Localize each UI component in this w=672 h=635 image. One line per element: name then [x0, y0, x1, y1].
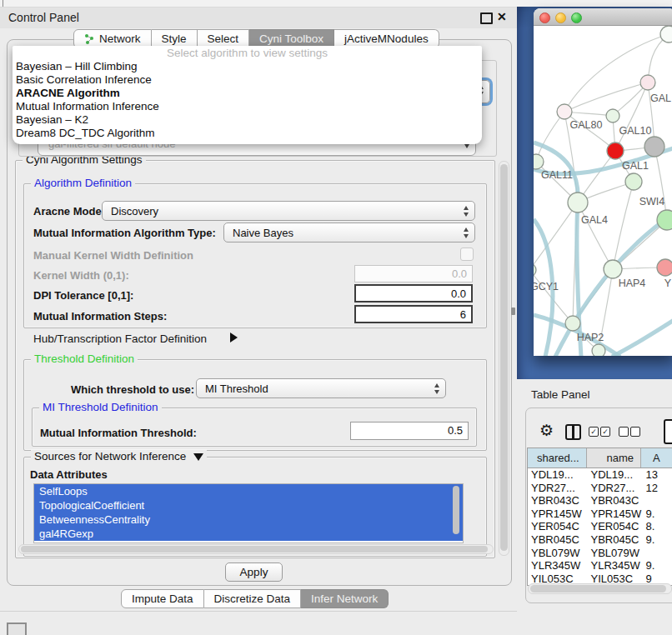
network-edge [534, 202, 578, 270]
algorithm-definition-title: Algorithm Definition [31, 177, 135, 189]
which-threshold-combo[interactable]: MI Threshold [196, 378, 446, 398]
gear-icon[interactable]: ⚙ [539, 421, 554, 440]
table-cell: 12 [643, 482, 672, 495]
table-cell: YLR345W [528, 559, 588, 572]
manual-kernel-width-checkbox[interactable] [460, 248, 474, 261]
table-panel-title: Table Panel [531, 388, 590, 401]
data-attribute-item[interactable]: TopologicalCoefficient [34, 498, 463, 512]
settings-vertical-scrollbar[interactable] [499, 161, 509, 556]
table-cell: 9. [643, 533, 672, 547]
unchecked-checkbox-icon[interactable] [619, 427, 629, 437]
application-window: Control Panel ✕ NetworkStyleSelectCyni T… [0, 0, 672, 635]
scrollbar-thumb[interactable] [530, 585, 666, 592]
splitter-handle[interactable] [511, 308, 515, 315]
float-panel-icon[interactable] [480, 12, 493, 24]
scrollbar-thumb[interactable] [21, 546, 488, 552]
panel-toggle-icon[interactable] [7, 622, 27, 635]
node-label: GCY1 [534, 281, 559, 292]
settings-horizontal-scrollbar[interactable] [18, 544, 494, 554]
tab-label: Style [162, 30, 187, 48]
node-label: SWI4 [639, 196, 665, 208]
document-icon[interactable] [664, 419, 672, 444]
table-horizontal-scrollbar[interactable] [528, 583, 672, 594]
data-attribute-item[interactable]: gal4RGexp [34, 527, 463, 541]
unchecked-checkbox-icon[interactable] [630, 427, 640, 437]
data-attributes-listbox: SelfLoopsTopologicalCoefficientBetweenne… [33, 483, 464, 543]
table-row[interactable]: YER054CYER054C8. [528, 520, 672, 533]
network-node[interactable] [657, 259, 672, 276]
minimize-traffic-light[interactable] [555, 12, 566, 23]
kernel-width-input[interactable]: 0.0 [354, 265, 473, 282]
network-node[interactable] [660, 26, 672, 42]
data-attribute-item[interactable]: SelfLoops [34, 484, 463, 498]
table-cell: 13 [643, 468, 672, 482]
algorithm-option[interactable]: Bayesian – K2 [13, 113, 482, 127]
collapsed-arrow-icon[interactable] [230, 332, 238, 342]
table-row[interactable]: YDR27...YDR27...12 [528, 482, 672, 495]
tab-infer-network[interactable]: Infer Network [301, 589, 389, 608]
network-window[interactable]: GALGAL80GAL10GAL1GAL11SWI4GAL4GCY1HAP4YH… [534, 8, 672, 356]
column-header[interactable]: shared... [528, 448, 587, 468]
network-node[interactable] [640, 75, 655, 90]
node-label: HAP2 [577, 332, 604, 343]
mi-threshold-input[interactable]: 0.5 [350, 422, 469, 440]
expanded-arrow-icon[interactable] [193, 453, 203, 461]
network-window-titlebar[interactable] [534, 8, 672, 26]
network-node[interactable] [644, 137, 664, 157]
algorithm-option[interactable]: Dream8 DC_TDC Algorithm [13, 127, 482, 140]
zoom-traffic-light[interactable] [571, 12, 582, 23]
network-node[interactable] [604, 260, 622, 278]
node-label: GAL1 [622, 160, 649, 172]
close-icon[interactable]: ✕ [497, 10, 507, 23]
tab-impute-data[interactable]: Impute Data [121, 589, 204, 608]
network-node[interactable] [657, 210, 672, 230]
algorithm-option[interactable]: Mutual Information Inference [13, 100, 482, 113]
column-header[interactable]: A [641, 448, 672, 468]
scrollbar-thumb[interactable] [453, 486, 459, 534]
table-body: YDL19...YDL19...13YDR27...YDR27...12YBR0… [528, 468, 672, 585]
mi-steps-input[interactable]: 6 [354, 305, 473, 323]
data-attribute-item[interactable]: BetweennessCentrality [34, 512, 463, 527]
table-row[interactable]: YBR045CYBR045C9. [528, 533, 672, 547]
column-header[interactable]: name [587, 448, 641, 468]
network-canvas[interactable]: GALGAL80GAL10GAL1GAL11SWI4GAL4GCY1HAP4YH… [534, 26, 672, 356]
tab-label: jActiveMNodules [344, 30, 429, 48]
scrollbar-thumb[interactable] [500, 164, 508, 551]
dpi-tolerance-input[interactable]: 0.0 [354, 284, 473, 302]
network-node[interactable] [534, 154, 544, 169]
algorithm-option[interactable]: Basic Correlation Inference [13, 73, 482, 87]
checked-checkbox-icon[interactable]: ✓ [589, 427, 599, 437]
network-node[interactable] [592, 344, 605, 356]
algorithm-option[interactable]: Bayesian – Hill Climbing [13, 60, 482, 73]
table-row[interactable]: YPR145WYPR145W9. [528, 508, 672, 521]
tab-label: Cyni Toolbox [259, 30, 323, 48]
tab-label: Infer Network [311, 590, 378, 608]
node-label: GAL4 [581, 214, 608, 226]
network-node[interactable] [568, 192, 588, 212]
aracne-mode-combo[interactable]: Discovery [102, 201, 475, 221]
network-node[interactable] [534, 263, 536, 277]
algorithm-option[interactable]: ARACNE Algorithm [13, 87, 482, 100]
network-node[interactable] [606, 109, 619, 122]
close-traffic-light[interactable] [539, 12, 550, 23]
tab-label: Select [208, 30, 239, 48]
network-node[interactable] [565, 316, 580, 331]
table-row[interactable]: YBR043CYBR043C [528, 494, 672, 508]
network-node[interactable] [607, 142, 624, 159]
list-vertical-scrollbar[interactable] [452, 485, 460, 540]
hub-definition-label[interactable]: Hub/Transcription Factor Definition [33, 332, 207, 345]
table-cell: YLR345W [588, 559, 643, 572]
network-edge [564, 82, 648, 112]
table-row[interactable]: YLR345WYLR345W9. [528, 559, 672, 572]
table-row[interactable]: YDL19...YDL19...13 [528, 468, 672, 482]
apply-button[interactable]: Apply [225, 562, 283, 582]
network-node[interactable] [557, 104, 572, 119]
node-label: Y [664, 278, 672, 289]
tab-discretize-data[interactable]: Discretize Data [204, 589, 302, 608]
mi-algorithm-type-combo[interactable]: Naive Bayes [223, 222, 475, 242]
table-row[interactable]: YBL079WYBL079W [528, 547, 672, 560]
checked-checkbox-icon[interactable]: ✓ [600, 427, 610, 437]
columns-icon[interactable] [565, 424, 581, 440]
network-node[interactable] [625, 173, 642, 190]
table-cell: YBR045C [528, 533, 588, 547]
